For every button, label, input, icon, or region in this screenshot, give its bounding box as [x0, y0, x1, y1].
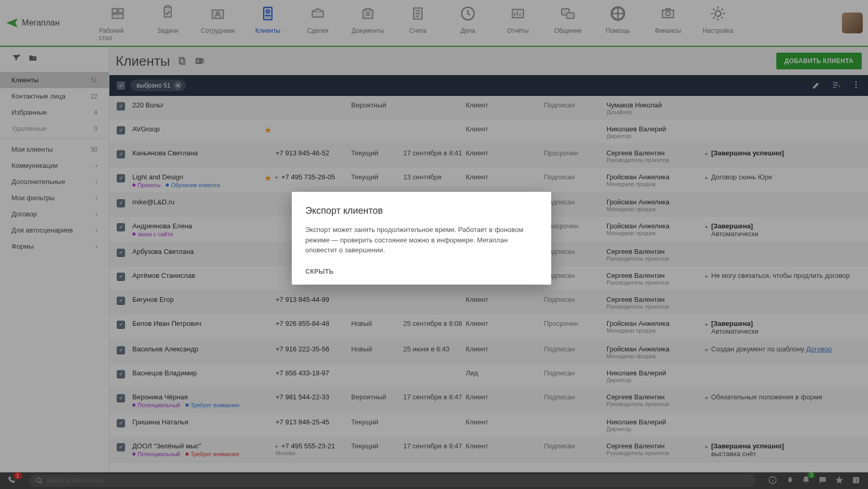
- star-icon[interactable]: ★: [260, 172, 276, 183]
- star-icon[interactable]: ★: [260, 124, 276, 135]
- row-checkbox[interactable]: ✓: [117, 174, 125, 182]
- sidebar-secondary-3[interactable]: Мои фильтры›: [0, 190, 109, 206]
- nav-item-3[interactable]: Клиенты: [249, 4, 287, 34]
- row-checkbox[interactable]: ✓: [117, 443, 125, 451]
- star-icon[interactable]: [260, 417, 276, 418]
- star-footer-icon[interactable]: [835, 475, 844, 486]
- sidebar-secondary-4[interactable]: Договор›: [0, 206, 109, 222]
- edit-icon[interactable]: [812, 80, 821, 91]
- nav-item-8[interactable]: Отчёты: [499, 4, 537, 34]
- star-icon[interactable]: [260, 368, 276, 369]
- sidebar-secondary-2[interactable]: Дополнительные›: [0, 174, 109, 190]
- star-icon[interactable]: [260, 392, 276, 393]
- sidebar-secondary-5[interactable]: Для автосценариев›: [0, 222, 109, 238]
- star-icon[interactable]: [260, 271, 276, 272]
- search-input[interactable]: [47, 477, 749, 484]
- sidebar-primary-1[interactable]: Контактные лица22: [0, 88, 109, 104]
- nav-item-1[interactable]: Задачи: [149, 4, 187, 34]
- table-row[interactable]: ✓Гришина Наталья+7 913 848-25-45ТекущийК…: [109, 413, 868, 437]
- table-row[interactable]: ✓Каньянова Светлана+7 913 845-46-52Текущ…: [109, 144, 868, 168]
- excel-export-icon[interactable]: X: [194, 55, 205, 67]
- info-icon[interactable]: [768, 475, 777, 486]
- row-checkbox[interactable]: ✓: [117, 370, 125, 378]
- bell-icon[interactable]: 2: [801, 475, 811, 486]
- logo[interactable]: Мегаплан: [5, 16, 94, 30]
- nav-item-7[interactable]: Дела: [449, 4, 487, 34]
- expand-caret-icon[interactable]: ▸: [705, 272, 708, 279]
- star-icon[interactable]: [260, 197, 276, 198]
- row-checkbox[interactable]: ✓: [117, 249, 125, 257]
- expand-caret-icon[interactable]: ▸: [705, 393, 708, 401]
- nav-item-9[interactable]: Общение: [549, 4, 587, 34]
- row-checkbox[interactable]: ✓: [117, 199, 125, 207]
- flame-icon[interactable]: [785, 475, 794, 486]
- folder-add-icon[interactable]: +: [28, 53, 38, 64]
- star-icon[interactable]: [260, 247, 276, 248]
- table-row[interactable]: ✓Light and DesignПроектыОбучение клиента…: [109, 168, 868, 193]
- user-avatar[interactable]: [842, 13, 863, 33]
- star-icon[interactable]: [260, 295, 276, 296]
- client-name: Light and Design: [132, 173, 260, 181]
- row-checkbox[interactable]: ✓: [117, 321, 125, 329]
- sidebar-primary-2[interactable]: Избранные4: [0, 104, 109, 120]
- sidebar-primary-0[interactable]: Клиенты51: [0, 72, 109, 88]
- star-icon[interactable]: [260, 148, 276, 149]
- row-checkbox[interactable]: ✓: [117, 419, 125, 427]
- expand-caret-icon[interactable]: ▸: [705, 173, 708, 181]
- table-row[interactable]: ✓ДООЛ "Зелёный мыс"ПотенциальныйТребует …: [109, 437, 868, 462]
- row-checkbox[interactable]: ✓: [117, 126, 125, 135]
- row-checkbox[interactable]: ✓: [117, 394, 125, 402]
- row-checkbox[interactable]: ✓: [117, 223, 125, 231]
- nav-item-12[interactable]: Настройка: [699, 4, 737, 34]
- sign-cell: Подписан: [544, 197, 606, 206]
- table-row[interactable]: ✓220 ВольтВероятныйКлиентПодписанЧумаков…: [109, 96, 868, 120]
- table-row[interactable]: ✓Бегунов Егор+7 913 845-44-99КлиентПодпи…: [109, 290, 868, 314]
- row-checkbox[interactable]: ✓: [117, 102, 125, 111]
- more-icon[interactable]: [851, 80, 861, 91]
- list-add-icon[interactable]: +: [832, 80, 841, 91]
- sidebar-secondary-1[interactable]: Коммуникации›: [0, 157, 109, 174]
- table-row[interactable]: ✓Васнецов Владимир+7 856 433-18-97ЛидПод…: [109, 364, 868, 388]
- sidebar-secondary-0[interactable]: Мои клиенты30: [0, 141, 109, 157]
- table-row[interactable]: ✓Васильев Александр+7 916 222-35-56Новый…: [109, 340, 868, 364]
- nav-item-0[interactable]: Рабочий стол: [99, 4, 137, 42]
- expand-caret-icon[interactable]: ▸: [705, 149, 708, 157]
- star-icon[interactable]: [260, 344, 276, 345]
- nav-item-10[interactable]: Помощь: [599, 4, 637, 34]
- sidebar-secondary-6[interactable]: Формы›: [0, 238, 109, 254]
- sidebar-primary-3[interactable]: Удаленные0: [0, 120, 109, 137]
- filter-add-icon[interactable]: +: [11, 53, 21, 64]
- row-checkbox[interactable]: ✓: [117, 273, 125, 281]
- row-checkbox[interactable]: ✓: [117, 150, 125, 158]
- chat-icon[interactable]: [818, 475, 827, 486]
- expand-caret-icon[interactable]: ▸: [705, 442, 708, 458]
- expand-caret-icon[interactable]: ▸: [276, 443, 278, 449]
- star-icon[interactable]: [260, 100, 276, 101]
- row-checkbox[interactable]: ✓: [117, 346, 125, 354]
- expand-caret-icon[interactable]: ▸: [276, 174, 278, 180]
- star-icon[interactable]: [260, 221, 276, 222]
- expand-caret-icon[interactable]: ▸: [705, 320, 708, 335]
- row-checkbox[interactable]: ✓: [117, 297, 125, 305]
- table-row[interactable]: ✓AVGroup★КлиентНиколаев ВалерийДиректор: [109, 120, 868, 144]
- star-icon[interactable]: [260, 441, 276, 442]
- add-client-button[interactable]: ДОБАВИТЬ КЛИЕНТА: [776, 53, 862, 69]
- nav-item-5[interactable]: Документы: [349, 4, 387, 34]
- star-icon[interactable]: [260, 319, 276, 320]
- nav-item-11[interactable]: Финансы: [649, 4, 687, 34]
- table-row[interactable]: ✓Вероника ЧёрнаяПотенциальныйТребует вни…: [109, 388, 868, 413]
- modal-close-button[interactable]: СКРЫТЬ: [305, 268, 538, 275]
- table-row[interactable]: ✓Белов Иван Петрович+7 926 855-84-48Новы…: [109, 314, 868, 340]
- nav-item-4[interactable]: Сделки: [299, 4, 337, 34]
- global-search[interactable]: [29, 474, 755, 487]
- clear-selection-icon[interactable]: ✕: [173, 81, 182, 90]
- nav-item-6[interactable]: Счета: [399, 4, 437, 34]
- expand-caret-icon[interactable]: ▸: [705, 345, 708, 353]
- copy-icon[interactable]: [176, 55, 188, 67]
- nav-item-2[interactable]: Сотрудники: [199, 4, 237, 34]
- phone-icon[interactable]: 1: [7, 475, 17, 486]
- expand-caret-icon[interactable]: ▸: [705, 222, 708, 238]
- select-all-checkbox[interactable]: ✓: [117, 81, 125, 90]
- note-link[interactable]: Договор: [806, 345, 832, 353]
- alert-icon[interactable]: !: [851, 475, 861, 486]
